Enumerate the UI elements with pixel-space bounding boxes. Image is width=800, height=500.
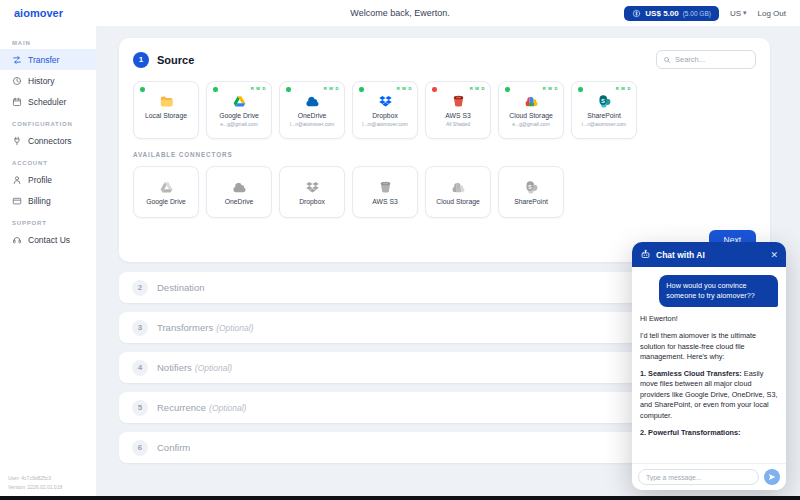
- chat-input-bar: [632, 463, 786, 490]
- locale-select[interactable]: US ▾: [730, 9, 747, 18]
- connector-card-aws-s3[interactable]: R W D AWS S3 All Shaded: [425, 81, 491, 139]
- available-connectors-label: AVAILABLE CONNECTORS: [133, 151, 756, 158]
- connector-name: Google Drive: [219, 112, 259, 119]
- connected-connectors-row: Local Storage R W D Google Drive e...g@g…: [133, 81, 756, 139]
- user-message-bubble: How would you convince someone to try ai…: [659, 275, 778, 307]
- sidebar-item-label: Scheduler: [28, 97, 66, 107]
- sidebar-item-transfer[interactable]: Transfer: [0, 49, 96, 70]
- balance-badge[interactable]: US$ 5.00 (5.00 GB): [624, 6, 719, 21]
- sidebar-item-scheduler[interactable]: Scheduler: [0, 91, 96, 112]
- search-icon: [663, 56, 671, 64]
- send-button[interactable]: [764, 469, 780, 485]
- status-dot: [578, 87, 583, 92]
- optional-label: (Optional): [195, 363, 232, 373]
- connector-name: Local Storage: [145, 112, 187, 119]
- chat-message-input[interactable]: [638, 469, 759, 485]
- sidebar-item-billing[interactable]: Billing: [0, 190, 96, 211]
- sidebar: MAIN Transfer History Scheduler CONFIGUR…: [0, 26, 97, 496]
- version-text: Version: 2226.02.01.018: [8, 483, 62, 492]
- transfer-icon: [12, 55, 22, 65]
- permissions-label: R W D: [324, 86, 339, 91]
- sidebar-item-label: History: [28, 76, 54, 86]
- google-drive-icon: [232, 94, 247, 109]
- headset-icon: [12, 235, 22, 245]
- ai-point-2: 2. Powerful Transformations:: [640, 428, 778, 439]
- section-label-support: SUPPORT: [12, 220, 96, 226]
- dropbox-icon: [305, 180, 320, 195]
- topbar: aiomover Welcome back, Ewerton. US$ 5.00…: [0, 0, 800, 26]
- logout-button[interactable]: Log Out: [758, 9, 786, 18]
- connector-card-local-storage[interactable]: Local Storage: [133, 81, 199, 139]
- connector-name: AWS S3: [445, 112, 470, 119]
- step-label-text: Confirm: [157, 442, 190, 453]
- search-input[interactable]: [675, 55, 749, 64]
- close-icon[interactable]: ✕: [770, 250, 778, 260]
- available-connector-sharepoint[interactable]: SharePoint: [498, 166, 564, 218]
- bottom-strip: [0, 496, 800, 500]
- sidebar-footer: User: 4c7c9d825c3 Version: 2226.02.01.01…: [8, 474, 62, 491]
- available-connector-onedrive[interactable]: OneDrive: [206, 166, 272, 218]
- section-label-configuration: CONFIGURATION: [12, 121, 96, 127]
- connector-account: l...n@aiomover.com: [582, 121, 626, 127]
- connector-account: e...g@gmail.com: [512, 121, 550, 127]
- locale-value: US: [730, 9, 741, 18]
- sidebar-item-connectors[interactable]: Connectors: [0, 130, 96, 151]
- ai-greeting: Hi Ewerton!: [640, 314, 778, 325]
- available-connector-cloud-storage[interactable]: Cloud Storage: [425, 166, 491, 218]
- step-number: 3: [132, 320, 148, 336]
- step-label-text: Recurrence: [157, 402, 206, 413]
- connector-name: Cloud Storage: [509, 112, 552, 119]
- connector-name: SharePoint: [587, 112, 621, 119]
- cloud-storage-icon: [524, 94, 539, 109]
- cloud-storage-icon: [451, 180, 466, 195]
- connector-name: AWS S3: [372, 198, 397, 205]
- optional-label: (Optional): [209, 403, 246, 413]
- ai-point-1-title: 1. Seamless Cloud Transfers:: [640, 369, 742, 378]
- robot-icon: [640, 249, 651, 260]
- aws-s3-icon: [378, 180, 393, 195]
- credit-card-icon: [12, 196, 22, 206]
- section-label-main: MAIN: [12, 40, 96, 46]
- coin-icon: [632, 9, 641, 18]
- step-label-text: Transformers: [157, 322, 213, 333]
- status-dot: [140, 87, 145, 92]
- connector-name: OneDrive: [225, 198, 254, 205]
- search-box[interactable]: [656, 50, 756, 69]
- sidebar-item-contact-us[interactable]: Contact Us: [0, 229, 96, 250]
- permissions-label: R W D: [397, 86, 412, 91]
- sidebar-item-label: Profile: [28, 175, 52, 185]
- connector-card-sharepoint[interactable]: R W D SharePoint l...n@aiomover.com: [571, 81, 637, 139]
- ai-point-2-title: 2. Powerful Transformations:: [640, 428, 741, 437]
- chat-header: Chat with AI ✕: [632, 242, 786, 267]
- ai-message: Hi Ewerton! I'd tell them aiomover is th…: [640, 314, 778, 444]
- google-drive-icon: [159, 180, 174, 195]
- welcome-text: Welcome back, Ewerton.: [350, 8, 449, 18]
- connector-name: Google Drive: [146, 198, 186, 205]
- onedrive-icon: [232, 180, 247, 195]
- sidebar-item-history[interactable]: History: [0, 70, 96, 91]
- sidebar-item-profile[interactable]: Profile: [0, 169, 96, 190]
- sharepoint-icon: [597, 94, 612, 109]
- step-number: 2: [132, 280, 148, 296]
- step-number: 5: [132, 400, 148, 416]
- connector-account: All Shaded: [446, 121, 470, 127]
- chevron-down-icon: ▾: [743, 9, 747, 17]
- step-label-text: Notifiers: [157, 362, 192, 373]
- connector-card-onedrive[interactable]: R W D OneDrive l...n@aiomover.com: [279, 81, 345, 139]
- step-label: Notifiers(Optional): [157, 362, 232, 373]
- step-label-text: Destination: [157, 282, 205, 293]
- available-connector-google-drive[interactable]: Google Drive: [133, 166, 199, 218]
- step-number: 4: [132, 360, 148, 376]
- connector-card-google-drive[interactable]: R W D Google Drive e...g@gmail.com: [206, 81, 272, 139]
- available-connector-dropbox[interactable]: Dropbox: [279, 166, 345, 218]
- dropbox-icon: [378, 94, 393, 109]
- onedrive-icon: [305, 94, 320, 109]
- step-label: Confirm: [157, 442, 193, 453]
- connector-card-dropbox[interactable]: R W D Dropbox l...m@aiomover.com: [352, 81, 418, 139]
- step-label: Transformers(Optional): [157, 322, 253, 333]
- balance-amount: US$ 5.00: [645, 9, 678, 18]
- chat-title: Chat with AI: [656, 250, 705, 260]
- available-connector-aws-s3[interactable]: AWS S3: [352, 166, 418, 218]
- connector-card-cloud-storage[interactable]: R W D Cloud Storage e...g@gmail.com: [498, 81, 564, 139]
- folder-icon: [159, 94, 174, 109]
